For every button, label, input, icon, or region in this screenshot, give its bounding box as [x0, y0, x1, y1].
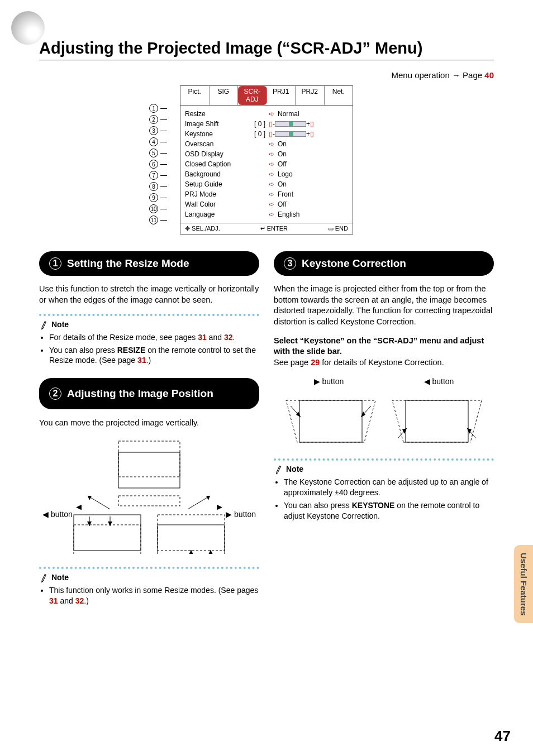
svg-text:▶: ▶: [217, 503, 222, 511]
page-title: Adjusting the Projected Image (“SCR-ADJ”…: [39, 39, 494, 60]
corner-decoration: [11, 11, 45, 45]
note-heading: Note: [274, 464, 494, 475]
osd-item-marker: 6: [149, 159, 167, 169]
osd-item-marker: 9: [149, 193, 167, 203]
osd-item-marker: 5: [149, 148, 167, 158]
svg-marker-23: [296, 412, 301, 417]
svg-line-3: [88, 496, 110, 509]
keystone-diagram: [280, 389, 487, 451]
osd-row: Keystone[ 0 ]▯ - + ▯: [185, 129, 348, 139]
svg-rect-0: [118, 441, 180, 477]
osd-row: Setup Guide➪On: [185, 179, 348, 189]
menu-operation-ref: Menu operation → Page 40: [39, 70, 494, 80]
chapter-tab: Useful Features: [514, 545, 533, 623]
pencil-icon: [272, 463, 285, 476]
osd-tab: PRJ2: [296, 86, 325, 105]
osd-item-marker: 7: [149, 170, 167, 180]
osd-tab: PRJ1: [267, 86, 296, 105]
osd-item-marker: 11: [149, 215, 167, 225]
osd-row: Overscan➪On: [185, 139, 348, 149]
note-list-1: For details of the Resize mode, see page…: [39, 332, 259, 366]
osd-row: Language➪English: [185, 209, 348, 219]
note-list-3: The Keystone Correction can be adjusted …: [274, 477, 494, 521]
page-number: 47: [494, 728, 511, 745]
osd-item-marker: 4: [149, 137, 167, 147]
osd-row: PRJ Mode➪Front: [185, 189, 348, 199]
osd-menu-screenshot: 1234567891011 Pict.SIGSCR-ADJPRJ1PRJ2Net…: [166, 85, 367, 235]
svg-rect-27: [406, 400, 468, 442]
osd-row: Background➪Logo: [185, 169, 348, 179]
osd-tab: Net.: [325, 86, 353, 105]
note-heading: Note: [39, 572, 259, 583]
osd-item-marker: 8: [149, 181, 167, 192]
svg-rect-21: [299, 400, 362, 442]
osd-item-marker: 2: [149, 114, 167, 125]
osd-row: Wall Color➪Off: [185, 199, 348, 209]
note-list-2: This function only works in some Resize …: [39, 585, 259, 606]
svg-marker-31: [467, 428, 472, 434]
osd-row: Resize➪Normal: [185, 109, 348, 119]
svg-marker-29: [402, 428, 407, 434]
pencil-icon: [37, 318, 50, 331]
osd-row: Closed Caption➪Off: [185, 159, 348, 169]
svg-line-5: [188, 496, 210, 509]
svg-rect-1: [118, 452, 180, 488]
osd-item-marker: 1: [149, 103, 167, 113]
section-2-header: 2Adjusting the Image Position: [39, 378, 259, 409]
osd-item-marker: 10: [149, 204, 167, 214]
osd-tab: SCR-ADJ: [238, 86, 267, 105]
osd-row: Image Shift[ 0 ]▯ - + ▯: [185, 119, 348, 129]
osd-row: OSD Display➪On: [185, 149, 348, 159]
osd-tab: Pict.: [180, 86, 210, 105]
svg-text:◀: ◀: [76, 503, 82, 511]
note-heading: Note: [39, 319, 259, 330]
section-1-body: Use this function to stretch the image v…: [39, 284, 259, 305]
section-3-header: 3Keystone Correction: [274, 251, 494, 276]
svg-marker-25: [361, 412, 365, 417]
pencil-icon: [37, 571, 50, 584]
osd-tab: SIG: [210, 86, 239, 105]
svg-rect-2: [118, 496, 180, 506]
section-2-body: You can move the projected image vertica…: [39, 418, 259, 429]
section-3-instruction: Select “Keystone” on the “SCR-ADJ” menu …: [274, 336, 494, 369]
osd-item-marker: 3: [149, 126, 167, 136]
section-1-header: 1Setting the Resize Mode: [39, 251, 259, 276]
section-3-body: When the image is projected either from …: [274, 284, 494, 327]
